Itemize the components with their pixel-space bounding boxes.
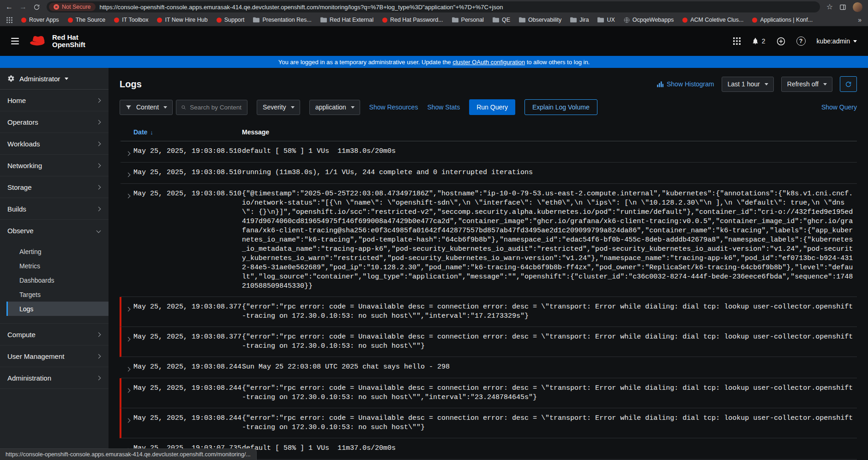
show-histogram-link[interactable]: Show Histogram (657, 80, 714, 88)
sidebar-subitem[interactable]: Targets (6, 287, 108, 302)
sidebar-item-observe[interactable]: Observe (0, 220, 108, 242)
bookmark-item[interactable]: IT New Hire Hub (157, 17, 207, 23)
forward-button[interactable]: → (19, 3, 27, 11)
log-date: May 25, 2025, 19:03:08.377 (133, 333, 242, 342)
sidebar-item[interactable]: User Management (0, 345, 108, 367)
nav-toggle-hamburger-icon[interactable] (11, 36, 19, 46)
row-expander[interactable] (121, 303, 133, 312)
gear-icon (7, 75, 15, 82)
sidebar-subitem[interactable]: Logs (6, 302, 108, 316)
sidebar-item[interactable]: Workloads (0, 133, 108, 155)
row-expander[interactable] (121, 414, 133, 424)
sidebar-item[interactable]: Home (0, 90, 108, 111)
help-icon[interactable]: ? (796, 36, 806, 46)
not-secure-label: Not Secure (62, 4, 91, 10)
show-stats-link[interactable]: Show Stats (427, 103, 460, 111)
folder-icon (519, 17, 525, 23)
row-expander[interactable] (121, 168, 133, 178)
sidebar-item-label: Operators (7, 118, 38, 126)
app-launcher-icon[interactable] (733, 37, 741, 45)
log-message: {"@timestamp":"2025-05-25T22:03:08.47349… (242, 189, 857, 291)
sidebar-subitem[interactable]: Alerting (6, 244, 108, 259)
date-column-header[interactable]: Date ↓ (133, 128, 153, 136)
histogram-icon (657, 81, 663, 87)
bookmark-item[interactable]: Personal (452, 17, 484, 23)
cluster-oauth-link[interactable]: cluster OAuth configuration (452, 59, 525, 66)
refresh-button[interactable] (840, 76, 857, 92)
show-query-link[interactable]: Show Query (821, 103, 857, 111)
apps-grid-icon[interactable] (6, 17, 12, 23)
bookmark-star-icon[interactable]: ☆ (826, 3, 833, 11)
bookmark-label: Support (224, 17, 245, 23)
severity-value: Severity (263, 103, 286, 111)
bookmark-label: Red Hat Password... (390, 17, 443, 23)
time-range-dropdown[interactable]: Last 1 hour (722, 77, 774, 92)
sidebar-item[interactable]: Builds (0, 198, 108, 220)
folder-icon (493, 17, 499, 23)
content-filter-dropdown[interactable]: Content (120, 100, 173, 115)
sidebar-subitem[interactable]: Dashboards (6, 273, 108, 287)
bookmark-item[interactable]: ACM Coletive Clus... (682, 17, 743, 23)
brand-name-line1: Red Hat (52, 34, 85, 41)
bookmark-item[interactable]: IT Toolbox (114, 17, 148, 23)
back-button[interactable]: ← (6, 3, 13, 11)
caret-down-icon (291, 106, 295, 109)
sidebar-subitem[interactable]: Metrics (6, 259, 108, 273)
chevron-right-icon (96, 206, 101, 211)
reload-button[interactable] (33, 4, 40, 11)
bookmark-label: Presentation Res... (262, 17, 311, 23)
bookmark-item[interactable]: Jira (570, 17, 589, 23)
notifications-button[interactable]: 2 (752, 37, 766, 45)
bookmark-item[interactable]: UX (597, 17, 615, 23)
chevron-right-icon (126, 173, 131, 177)
bookmark-item[interactable]: Red Hat External (320, 17, 374, 23)
row-expander[interactable] (121, 384, 133, 393)
row-expander[interactable] (121, 189, 133, 199)
chevron-right-icon (96, 141, 101, 146)
bookmarks-overflow-chevron[interactable]: » (858, 16, 862, 24)
refresh-interval-dropdown[interactable]: Refresh off (781, 77, 832, 92)
bookmark-item[interactable]: OcpqeWebapps (624, 17, 674, 23)
bookmark-item[interactable]: Support (217, 17, 245, 23)
bookmark-item[interactable]: QE (493, 17, 510, 23)
username: kube:admin (817, 37, 850, 45)
row-expander[interactable] (121, 333, 133, 342)
perspective-switcher[interactable]: Administrator (0, 68, 108, 90)
log-date: May 25, 2025, 19:03:08.510 (133, 189, 242, 199)
sidebar-item[interactable]: Operators (0, 111, 108, 133)
side-panel-icon[interactable] (839, 4, 846, 11)
bookmark-label: IT New Hire Hub (165, 17, 207, 23)
sidebar-item[interactable]: Administration (0, 367, 108, 389)
bookmark-item[interactable]: Presentation Res... (253, 17, 311, 23)
log-date: May 25, 2025, 19:03:08.244 (133, 363, 242, 372)
explain-log-volume-button[interactable]: Explain Log Volume (524, 99, 597, 115)
log-type-dropdown[interactable]: application (309, 100, 360, 115)
import-plus-icon[interactable] (777, 37, 785, 46)
bookmark-item[interactable]: The Source (68, 17, 106, 23)
sidebar-item-label: Home (7, 97, 26, 104)
chevron-right-icon (96, 332, 101, 337)
search-input[interactable] (190, 104, 242, 111)
bookmark-item[interactable]: Observability (519, 17, 561, 23)
bookmark-item[interactable]: Red Hat Password... (382, 17, 443, 23)
bookmark-item[interactable]: Rover Apps (21, 17, 59, 23)
not-secure-badge[interactable]: Not Secure (49, 3, 96, 11)
log-message: {"error":"rpc error: code = Unavailable … (242, 303, 857, 321)
log-filter-toolbar: Content Severity application Show Resour… (108, 99, 868, 115)
severity-dropdown[interactable]: Severity (257, 100, 300, 115)
bookmark-item[interactable]: Applications | Konf... (752, 17, 813, 23)
url-bar[interactable]: Not Secure https://console-openshift-con… (47, 1, 820, 12)
row-expander[interactable] (121, 147, 133, 157)
sidebar-item-label: Builds (7, 205, 26, 213)
sidebar-item[interactable]: Compute (0, 324, 108, 345)
browser-profile-avatar[interactable] (853, 2, 862, 12)
row-expander[interactable] (121, 363, 133, 372)
run-query-button[interactable]: Run Query (469, 99, 515, 115)
show-resources-link[interactable]: Show Resources (369, 103, 418, 111)
bell-icon (752, 37, 759, 45)
url-text[interactable]: https://console-openshift-console.apps.e… (100, 4, 814, 11)
log-row: May 25, 2025, 19:03:08.377 {"error":"rpc… (120, 327, 857, 357)
sidebar-item[interactable]: Storage (0, 176, 108, 198)
user-menu[interactable]: kube:admin (817, 37, 857, 45)
sidebar-item[interactable]: Networking (0, 155, 108, 176)
